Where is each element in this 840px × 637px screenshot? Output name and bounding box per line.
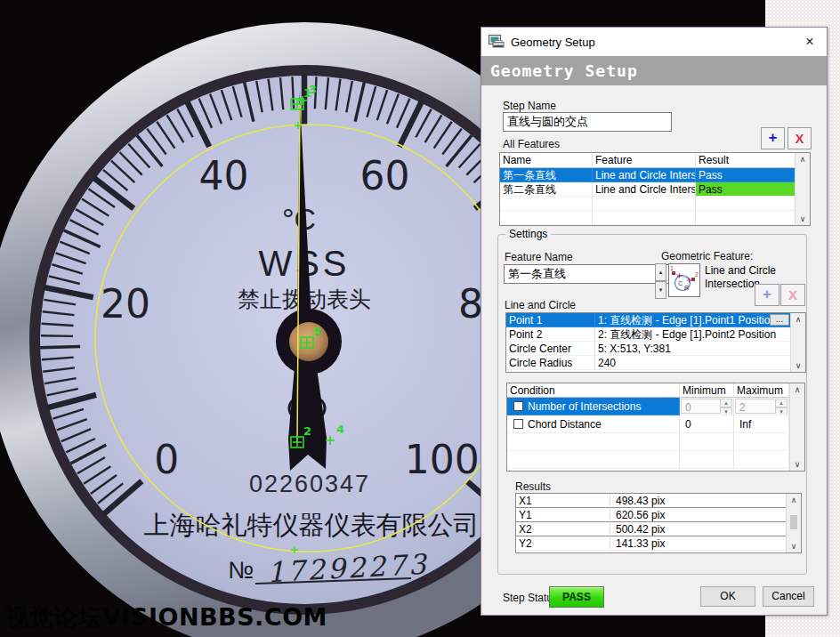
step-name-input[interactable] <box>503 112 672 132</box>
lc-param-value[interactable]: 2: 直线检测 - Edge [1].Point2 Position <box>595 327 792 342</box>
spinner-up-icon[interactable]: ▴ <box>776 399 788 407</box>
feature-row-name[interactable]: 第一条直线 <box>500 168 593 182</box>
svg-text:100: 100 <box>405 437 480 482</box>
spinner-down-icon[interactable]: ▾ <box>655 281 666 299</box>
svg-text:R: R <box>684 285 689 291</box>
svg-text:20: 20 <box>101 281 150 327</box>
results-scrollbar[interactable]: ∧∨ <box>786 494 801 552</box>
ok-button[interactable]: OK <box>700 586 755 607</box>
condition-scrollbar[interactable]: ∧∨ <box>789 383 804 471</box>
banner-title: Geometry Setup <box>490 61 638 80</box>
scrollbar-thumb[interactable] <box>790 515 797 529</box>
result-name[interactable]: Y1 <box>516 508 610 522</box>
result-value: 498.43 pix <box>610 494 788 508</box>
svg-text:1: 1 <box>670 265 674 271</box>
scroll-down-icon[interactable]: ∨ <box>795 460 801 469</box>
result-name[interactable]: Y2 <box>516 536 610 551</box>
gauge-serial: 02260347 <box>249 471 370 497</box>
maximum-spinner[interactable]: 2 ▴▾ <box>734 398 788 415</box>
lc-param-name[interactable]: Point 1 <box>506 313 595 327</box>
scroll-up-icon[interactable]: ∧ <box>791 496 797 504</box>
minimum-value[interactable]: 0 <box>680 415 734 433</box>
svg-text:2: 2 <box>303 424 311 438</box>
dialog-banner: Geometry Setup <box>481 56 827 85</box>
browse-button[interactable]: ... <box>770 314 789 326</box>
feature-row-feature[interactable]: Line and Circle Intersec <box>593 182 696 197</box>
column-header-minimum[interactable]: Minimum <box>680 383 734 398</box>
lc-param-value[interactable]: 5: X:513, Y:381 <box>595 342 792 356</box>
step-status-badge: PASS <box>549 586 604 608</box>
close-button[interactable]: × <box>800 33 820 51</box>
spinner-down-icon[interactable]: ▾ <box>776 407 788 415</box>
condition-table: Condition Minimum Maximum Number of Inte… <box>506 383 805 472</box>
lc-param-value[interactable]: 1: 直线检测 - Edge [1].Point1 Position ... <box>595 313 792 327</box>
dialog-title: Geometry Setup <box>511 36 595 49</box>
svg-text:2: 2 <box>695 271 699 278</box>
settings-groupbox: Settings Feature Name Geometric Feature:… <box>497 234 807 575</box>
features-scrollbar[interactable]: ∧∨ <box>795 153 810 225</box>
feature-row-feature[interactable]: Line and Circle Intersec <box>593 168 696 182</box>
condition-checkbox[interactable] <box>513 401 523 411</box>
all-features-table: Name Feature Result 第一条直线 Line and Circl… <box>499 152 811 226</box>
svg-text:C: C <box>678 280 682 286</box>
lc-param-name[interactable]: Circle Radius <box>506 356 595 370</box>
result-name[interactable]: X1 <box>516 494 610 508</box>
condition-checkbox[interactable] <box>513 419 523 429</box>
feature-row-name[interactable]: 第二条直线 <box>500 182 593 197</box>
geometric-feature-icon: 1 2 C R <box>668 263 700 297</box>
scroll-down-icon[interactable]: ∨ <box>800 214 806 223</box>
lc-param-name[interactable]: Point 2 <box>506 327 595 342</box>
result-value: 141.33 pix <box>610 536 788 551</box>
line-and-circle-table: Point 1 1: 直线检测 - Edge [1].Point1 Positi… <box>505 312 806 373</box>
spinner-up-icon[interactable]: ▴ <box>721 399 732 407</box>
column-header-result[interactable]: Result <box>696 153 796 168</box>
svg-text:40: 40 <box>198 153 248 198</box>
feature-name-input[interactable] <box>504 264 673 284</box>
settings-label: Settings <box>505 228 551 240</box>
feature-row-result[interactable]: Pass <box>696 182 796 197</box>
result-value: 620.56 pix <box>610 508 788 522</box>
condition-row[interactable]: Number of Intersections <box>507 398 680 415</box>
minimum-spinner[interactable]: 0 ▴▾ <box>680 398 733 415</box>
delete-geometric-feature-button[interactable]: X <box>780 284 805 306</box>
svg-text:4: 4 <box>336 423 344 436</box>
add-feature-button[interactable]: + <box>761 127 785 149</box>
column-header-name[interactable]: Name <box>500 153 593 168</box>
spinner-up-icon[interactable]: ▴ <box>655 263 666 281</box>
svg-text:0: 0 <box>154 437 179 482</box>
geometry-setup-dialog: Geometry Setup × Geometry Setup Step Nam… <box>481 27 828 616</box>
column-header-maximum[interactable]: Maximum <box>734 383 789 398</box>
scroll-up-icon[interactable]: ∧ <box>800 155 806 164</box>
add-geometric-feature-button[interactable]: + <box>755 284 779 306</box>
watermark: 视觉论坛VISIONBBS.COM <box>4 601 327 633</box>
results-table: X1 498.43 pix Y1 620.56 pix X2 500.42 pi… <box>515 493 802 553</box>
spinner-down-icon[interactable]: ▾ <box>721 407 732 415</box>
result-value: 500.42 pix <box>610 522 788 536</box>
feature-row-result[interactable]: Pass <box>696 168 796 182</box>
scroll-up-icon[interactable]: ∧ <box>795 385 801 394</box>
scroll-down-icon[interactable]: ∨ <box>791 542 797 551</box>
geometric-feature-spinner[interactable]: ▴▾ <box>655 263 666 297</box>
maximum-value[interactable]: Inf <box>734 415 789 433</box>
lc-scrollbar[interactable]: ∧∨ <box>790 313 805 372</box>
scroll-down-icon[interactable]: ∨ <box>796 361 802 370</box>
lc-param-value[interactable]: 240 <box>595 356 792 370</box>
svg-text:3: 3 <box>309 83 317 96</box>
step-name-label: Step Name <box>503 100 556 112</box>
lc-param-name[interactable]: Circle Center <box>506 342 595 356</box>
column-header-feature[interactable]: Feature <box>593 153 696 168</box>
scroll-up-icon[interactable]: ∧ <box>796 315 802 324</box>
gauge-no-prefix: № <box>228 557 254 584</box>
delete-feature-button[interactable]: X <box>788 127 812 149</box>
feature-name-label: Feature Name <box>505 251 573 263</box>
svg-text:60: 60 <box>360 153 410 198</box>
results-label: Results <box>515 480 551 493</box>
line-and-circle-label: Line and Circle <box>505 299 576 311</box>
column-header-condition[interactable]: Condition <box>507 383 680 398</box>
result-name[interactable]: X2 <box>516 522 610 536</box>
cancel-button[interactable]: Cancel <box>763 586 814 607</box>
condition-row[interactable]: Chord Distance <box>507 415 680 433</box>
all-features-label: All Features <box>503 138 560 150</box>
geometric-feature-label: Geometric Feature: <box>661 250 753 262</box>
dialog-titlebar[interactable]: Geometry Setup × <box>481 28 827 56</box>
